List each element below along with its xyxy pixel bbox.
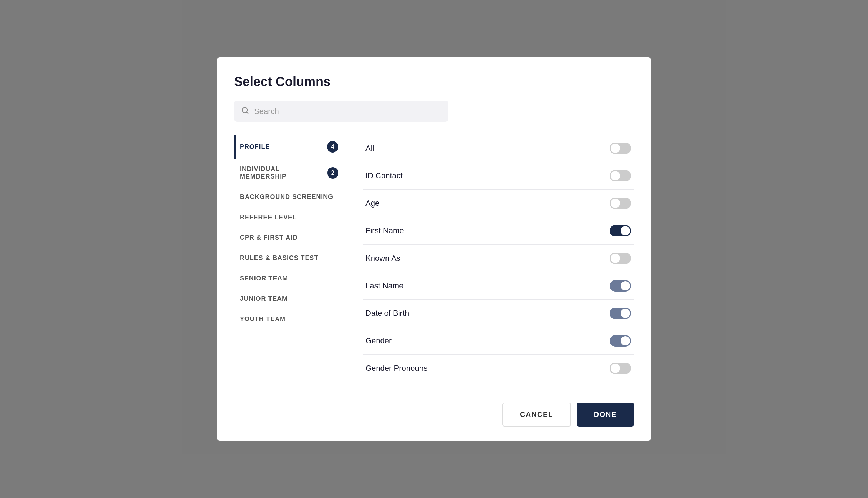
modal-overlay: Select Columns PROFILE4INDIVIDUAL MEMBER… [0, 0, 868, 498]
columns-list: AllID ContactAgeFirst NameKnown AsLast N… [348, 135, 634, 382]
cancel-button[interactable]: CANCEL [502, 403, 571, 427]
toggle-all[interactable] [610, 143, 631, 154]
toggle-slider-all [610, 143, 631, 154]
toggle-date-of-birth[interactable] [610, 308, 631, 319]
column-row-age: Age [363, 190, 634, 217]
toggle-slider-gender [610, 335, 631, 347]
select-columns-modal: Select Columns PROFILE4INDIVIDUAL MEMBER… [217, 57, 651, 441]
toggle-id-contact[interactable] [610, 170, 631, 181]
done-button[interactable]: DONE [577, 403, 634, 427]
toggle-slider-date-of-birth [610, 308, 631, 319]
column-row-id-contact: ID Contact [363, 162, 634, 190]
svg-line-1 [247, 112, 248, 113]
column-name-known-as: Known As [365, 254, 400, 263]
column-row-known-as: Known As [363, 245, 634, 272]
toggle-slider-last-name [610, 280, 631, 292]
column-name-all: All [365, 144, 374, 153]
sidebar-item-badge-profile: 4 [327, 141, 338, 153]
toggle-age[interactable] [610, 198, 631, 209]
column-name-id-contact: ID Contact [365, 171, 403, 180]
sidebar-item-referee-level[interactable]: REFEREE LEVEL [234, 207, 343, 228]
modal-title: Select Columns [234, 74, 634, 89]
column-name-last-name: Last Name [365, 281, 403, 290]
sidebar-item-label-background-screening: BACKGROUND SCREENING [240, 193, 333, 201]
column-row-gender-pronouns: Gender Pronouns [363, 355, 634, 382]
sidebar-item-profile[interactable]: PROFILE4 [234, 135, 343, 159]
sidebar-item-cpr-first-aid[interactable]: CPR & FIRST AID [234, 228, 343, 248]
sidebar-item-youth-team[interactable]: YOUTH TEAM [234, 309, 343, 329]
toggle-first-name[interactable] [610, 225, 631, 236]
sidebar-item-label-individual-membership: INDIVIDUAL MEMBERSHIP [240, 165, 327, 180]
column-row-last-name: Last Name [363, 272, 634, 300]
column-row-gender: Gender [363, 327, 634, 355]
modal-footer: CANCEL DONE [234, 391, 634, 427]
content-area: PROFILE4INDIVIDUAL MEMBERSHIP2BACKGROUND… [234, 135, 634, 382]
sidebar-item-junior-team[interactable]: JUNIOR TEAM [234, 289, 343, 309]
sidebar-item-label-junior-team: JUNIOR TEAM [240, 295, 288, 303]
toggle-slider-first-name [610, 225, 631, 236]
column-row-first-name: First Name [363, 217, 634, 245]
search-input[interactable] [254, 107, 441, 116]
toggle-slider-id-contact [610, 170, 631, 181]
toggle-slider-known-as [610, 253, 631, 264]
sidebar-item-label-cpr-first-aid: CPR & FIRST AID [240, 234, 298, 241]
sidebar-item-label-profile: PROFILE [240, 143, 270, 151]
column-name-age: Age [365, 199, 379, 208]
sidebar-item-label-referee-level: REFEREE LEVEL [240, 214, 297, 221]
toggle-known-as[interactable] [610, 253, 631, 264]
column-row-all: All [363, 135, 634, 162]
sidebar: PROFILE4INDIVIDUAL MEMBERSHIP2BACKGROUND… [234, 135, 348, 382]
toggle-gender[interactable] [610, 335, 631, 347]
toggle-gender-pronouns[interactable] [610, 363, 631, 374]
search-icon [241, 106, 249, 116]
column-name-gender: Gender [365, 336, 392, 345]
sidebar-item-label-rules-basics-test: RULES & BASICS TEST [240, 254, 318, 262]
column-name-gender-pronouns: Gender Pronouns [365, 364, 428, 373]
sidebar-item-background-screening[interactable]: BACKGROUND SCREENING [234, 187, 343, 207]
sidebar-item-badge-individual-membership: 2 [327, 167, 338, 179]
column-name-date-of-birth: Date of Birth [365, 309, 409, 318]
toggle-last-name[interactable] [610, 280, 631, 292]
toggle-slider-gender-pronouns [610, 363, 631, 374]
sidebar-item-rules-basics-test[interactable]: RULES & BASICS TEST [234, 248, 343, 268]
sidebar-item-individual-membership[interactable]: INDIVIDUAL MEMBERSHIP2 [234, 159, 343, 187]
sidebar-item-label-senior-team: SENIOR TEAM [240, 275, 288, 282]
column-row-date-of-birth: Date of Birth [363, 300, 634, 327]
sidebar-item-label-youth-team: YOUTH TEAM [240, 315, 286, 323]
toggle-slider-age [610, 198, 631, 209]
column-name-first-name: First Name [365, 226, 404, 235]
search-bar [234, 101, 448, 122]
sidebar-item-senior-team[interactable]: SENIOR TEAM [234, 268, 343, 289]
